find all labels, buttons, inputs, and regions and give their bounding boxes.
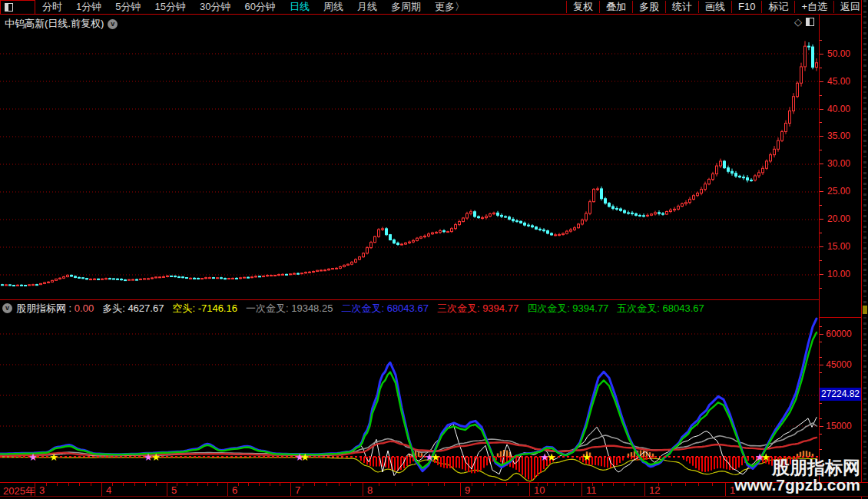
layout-icon <box>5 3 13 12</box>
month-label-12: 12 <box>649 484 660 496</box>
period-tabs: 分时1分钟5分钟15分钟30分钟60分钟日线周线月线多周期更多〉 <box>35 0 472 14</box>
indicator-field-6: 四次金叉: 9394.77 <box>527 302 608 314</box>
indicator-axis-label-2: 15000 <box>820 421 858 431</box>
toolbar-button-3[interactable]: 统计 <box>665 1 698 13</box>
tab-period-9[interactable]: 多周期 <box>391 0 421 14</box>
tab-period-6[interactable]: 日线 <box>290 0 310 14</box>
indicator-axis-label-1: 45000 <box>820 359 858 370</box>
price-axis-label-5: 25.00 <box>820 186 858 197</box>
buy-signal-star-yellow: ★ <box>547 451 556 463</box>
price-axis-label-1: 45.00 <box>820 76 858 87</box>
indicator-field-1: 多头: 4627.67 <box>102 302 164 314</box>
toolbar-button-4[interactable]: 画线 <box>698 1 731 13</box>
indicator-values: 股朋指标网 : 0.00多头: 4627.67空头: -7146.16一次金叉:… <box>16 302 713 316</box>
indicator-field-0: 股朋指标网 : 0.00 <box>16 302 94 314</box>
price-axis-label-4: 30.00 <box>820 158 858 169</box>
panel-divider[interactable] <box>0 299 868 300</box>
price-axis-label-2: 40.00 <box>820 104 858 114</box>
indicator-field-4: 二次金叉: 68043.67 <box>341 302 428 314</box>
tab-period-10[interactable]: 更多〉 <box>435 0 465 14</box>
chevron-down-icon[interactable]: v <box>2 303 12 313</box>
year-label: 2025年 <box>3 484 35 498</box>
watermark-url: www.7gpzb.com <box>734 477 860 494</box>
month-label-8: 8 <box>367 484 373 496</box>
page-title: 中钨高新(日线.前复权) <box>5 17 104 31</box>
tab-period-5[interactable]: 60分钟 <box>244 0 275 14</box>
clipped-yellow-fragment <box>863 306 867 314</box>
toolbar-button-7[interactable]: +自选 <box>794 1 833 13</box>
clipped-text-fragments <box>863 0 866 499</box>
month-label-7: 7 <box>295 484 300 496</box>
watermark-name: 股朋指标网 <box>734 458 860 477</box>
indicator-current-value: 27224.82 <box>820 388 861 401</box>
toolbar-button-0[interactable]: 复权 <box>566 1 599 13</box>
indicator-chart[interactable]: ★★★★★★★★★★★★★ <box>0 316 819 482</box>
right-edge-strip <box>861 0 868 499</box>
buy-signal-star-pink: ★ <box>28 451 38 463</box>
month-label-5: 5 <box>171 484 177 496</box>
price-axis-label-7: 15.00 <box>820 241 858 252</box>
site-watermark: 股朋指标网 www.7gpzb.com <box>734 458 860 494</box>
indicator-field-3: 一次金叉: 19348.25 <box>246 302 333 314</box>
month-label-4: 4 <box>106 484 111 496</box>
layout-toggle-button[interactable] <box>0 0 35 15</box>
price-axis-label-3: 35.00 <box>820 131 858 141</box>
candlestick-chart[interactable] <box>0 15 819 299</box>
buy-signal-star-yellow: ★ <box>582 451 591 463</box>
tab-period-7[interactable]: 周线 <box>323 0 343 14</box>
app-window: 分时1分钟5分钟15分钟30分钟60分钟日线周线月线多周期更多〉 复权叠加多股统… <box>0 0 868 499</box>
tab-period-1[interactable]: 1分钟 <box>76 0 101 14</box>
toolbar-button-5[interactable]: F10 <box>731 1 761 13</box>
chart-title-row: 中钨高新(日线.前复权) v <box>5 17 118 31</box>
tab-period-3[interactable]: 15分钟 <box>154 0 185 14</box>
month-label-3: 3 <box>39 484 45 496</box>
buy-signal-star-yellow: ★ <box>431 451 440 463</box>
indicator-field-5: 三次金叉: 9394.77 <box>437 302 518 314</box>
buy-signal-star-yellow: ★ <box>151 451 161 463</box>
diamond-icon[interactable]: ◇ <box>794 16 802 28</box>
buy-signal-star-yellow: ★ <box>49 451 58 463</box>
toolbar-buttons: 复权叠加多股统计画线F10标记+自选返回 <box>566 0 867 14</box>
price-axis-label-6: 20.00 <box>820 213 858 224</box>
price-axis-label-8: 10.00 <box>820 269 858 279</box>
tab-period-0[interactable]: 分时 <box>42 0 62 14</box>
buy-signal-star-yellow: ★ <box>300 451 310 463</box>
indicator-field-7: 五次金叉: 68043.67 <box>617 302 704 314</box>
price-axis: 50.0045.0040.0035.0030.0025.0020.0015.00… <box>819 15 861 497</box>
tab-period-8[interactable]: 月线 <box>357 0 377 14</box>
tab-period-2[interactable]: 5分钟 <box>115 0 141 14</box>
price-axis-label-0: 50.00 <box>820 48 858 59</box>
toolbar-button-6[interactable]: 标记 <box>761 1 794 13</box>
month-label-9: 9 <box>465 484 470 496</box>
pane-split-icon[interactable] <box>806 18 814 26</box>
toolbar-button-1[interactable]: 叠加 <box>599 1 632 13</box>
chevron-down-icon[interactable]: v <box>108 19 118 29</box>
tab-period-4[interactable]: 30分钟 <box>200 0 230 14</box>
toolbar-button-2[interactable]: 多股 <box>632 1 665 13</box>
top-toolbar: 分时1分钟5分钟15分钟30分钟60分钟日线周线月线多周期更多〉 复权叠加多股统… <box>0 0 868 15</box>
month-label-11: 11 <box>586 484 597 496</box>
indicator-axis-label-0: 60000 <box>820 329 858 339</box>
month-label-6: 6 <box>232 484 237 496</box>
indicator-header: v 股朋指标网 : 0.00多头: 4627.67空头: -7146.16一次金… <box>2 301 817 316</box>
month-label-10: 10 <box>534 484 545 496</box>
indicator-field-2: 空头: -7146.16 <box>172 302 237 314</box>
